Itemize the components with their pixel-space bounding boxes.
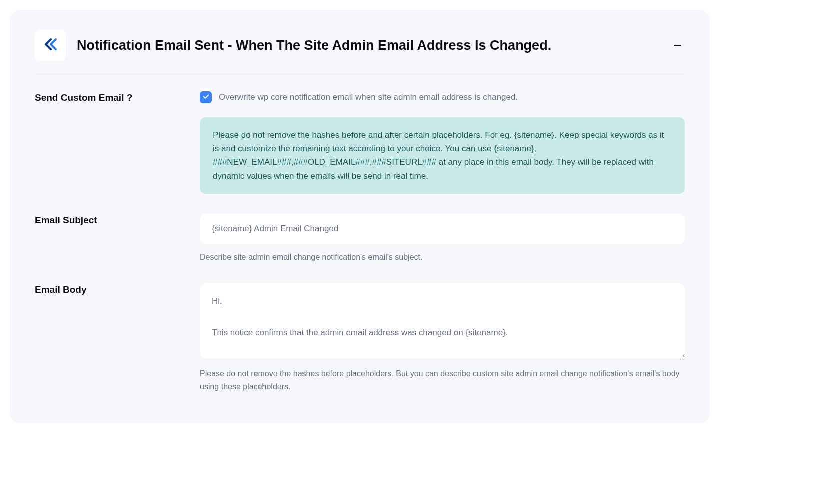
check-icon — [203, 93, 210, 102]
email-body-textarea[interactable] — [200, 284, 685, 358]
notification-panel: Notification Email Sent - When The Site … — [10, 10, 710, 424]
overwrite-checkbox[interactable] — [200, 92, 212, 104]
label-send-custom-email: Send Custom Email ? — [35, 92, 200, 104]
header-icon-box — [35, 30, 66, 61]
double-chevron-left-icon — [42, 36, 58, 54]
field-send-custom-email: Overwrite wp core notification email whe… — [200, 92, 685, 194]
placeholder-info-box: Please do not remove the hashes before a… — [200, 118, 685, 194]
label-email-subject: Email Subject — [35, 214, 200, 226]
email-subject-helper: Describe site admin email change notific… — [200, 251, 685, 264]
panel-title: Notification Email Sent - When The Site … — [77, 38, 659, 54]
row-email-body: Email Body Please do not remove the hash… — [35, 284, 685, 393]
field-email-body: Please do not remove the hashes before p… — [200, 284, 685, 393]
field-email-subject: Describe site admin email change notific… — [200, 214, 685, 264]
label-email-body: Email Body — [35, 284, 200, 296]
row-send-custom-email: Send Custom Email ? Overwrite wp core no… — [35, 92, 685, 194]
email-body-helper: Please do not remove the hashes before p… — [200, 368, 685, 393]
overwrite-checkbox-label: Overwrite wp core notification email whe… — [219, 92, 518, 102]
panel-header: Notification Email Sent - When The Site … — [35, 30, 685, 76]
checkbox-row: Overwrite wp core notification email whe… — [200, 92, 685, 104]
minus-icon: − — [673, 37, 682, 54]
row-email-subject: Email Subject Describe site admin email … — [35, 214, 685, 264]
collapse-button[interactable]: − — [670, 36, 685, 55]
email-subject-input[interactable] — [200, 214, 685, 244]
